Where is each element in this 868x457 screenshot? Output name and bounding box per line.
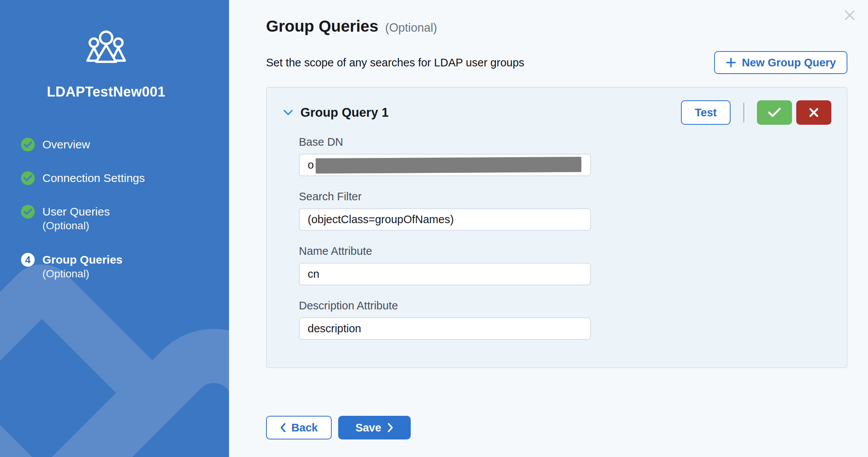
step-complete-check-icon xyxy=(21,138,35,151)
group-query-title: Group Query 1 xyxy=(300,105,389,120)
close-button[interactable] xyxy=(841,7,858,24)
test-button[interactable]: Test xyxy=(681,100,731,125)
step-complete-check-icon xyxy=(21,205,35,219)
save-button[interactable]: Save xyxy=(338,416,411,439)
confirm-check-icon xyxy=(768,108,781,117)
step-optional-tag: (Optional) xyxy=(42,267,123,281)
step-label: User Queries xyxy=(42,205,110,219)
group-query-card: Group Query 1 Test xyxy=(266,87,847,368)
description-attribute-input[interactable] xyxy=(299,317,591,340)
step-complete-check-icon xyxy=(21,171,35,185)
description-attribute-label: Description Attribute xyxy=(299,299,591,312)
step-label: Group Queries xyxy=(42,253,123,267)
sidebar-step-connection-settings[interactable]: Connection Settings xyxy=(21,171,212,185)
ldap-setup-modal: { "sidebar": { "connection_name": "LDAPT… xyxy=(0,0,868,457)
connection-brand: LDAPTestNew001 xyxy=(0,0,212,100)
connection-name: LDAPTestNew001 xyxy=(0,84,212,100)
wizard-sidebar: LDAPTestNew001 Overview Connection Setti… xyxy=(0,0,229,457)
delete-query-button[interactable] xyxy=(796,100,831,125)
redaction-bar xyxy=(316,156,581,173)
name-attribute-input[interactable] xyxy=(299,263,591,285)
sidebar-step-overview[interactable]: Overview xyxy=(21,138,212,151)
plus-icon xyxy=(726,57,736,68)
user-group-icon xyxy=(0,29,212,66)
back-button[interactable]: Back xyxy=(266,416,332,439)
base-dn-input[interactable]: o d xyxy=(299,154,591,176)
page-subtitle: Set the scope of any searches for LDAP u… xyxy=(266,56,524,69)
actions-divider xyxy=(743,103,744,122)
confirm-query-button[interactable] xyxy=(757,100,792,125)
page-title-optional: (Optional) xyxy=(385,21,437,35)
base-dn-value-prefix: o xyxy=(308,159,314,171)
step-number-badge: 4 xyxy=(21,253,35,267)
search-filter-input[interactable] xyxy=(299,208,591,231)
page-title: Group Queries xyxy=(266,17,378,36)
step-label: Connection Settings xyxy=(42,171,145,185)
step-label: Overview xyxy=(42,138,90,151)
new-group-query-label: New Group Query xyxy=(742,56,836,69)
chevron-right-icon xyxy=(387,423,394,433)
step-optional-tag: (Optional) xyxy=(42,219,110,233)
close-icon xyxy=(843,8,857,22)
chevron-down-icon xyxy=(283,109,294,116)
name-attribute-label: Name Attribute xyxy=(299,245,591,257)
sidebar-step-user-queries[interactable]: User Queries (Optional) xyxy=(21,205,212,233)
chevron-left-icon xyxy=(280,423,286,433)
collapse-chevron-button[interactable] xyxy=(282,108,294,117)
back-label: Back xyxy=(291,422,318,434)
group-queries-panel: Group Queries (Optional) Set the scope o… xyxy=(229,0,868,457)
save-label: Save xyxy=(355,422,381,434)
delete-x-icon xyxy=(809,108,819,117)
base-dn-label: Base DN xyxy=(299,135,591,148)
sidebar-step-group-queries[interactable]: 4 Group Queries (Optional) xyxy=(21,253,212,281)
wizard-steps: Overview Connection Settings User Querie… xyxy=(0,138,212,301)
search-filter-label: Search Filter xyxy=(299,190,591,203)
new-group-query-button[interactable]: New Group Query xyxy=(714,51,847,74)
